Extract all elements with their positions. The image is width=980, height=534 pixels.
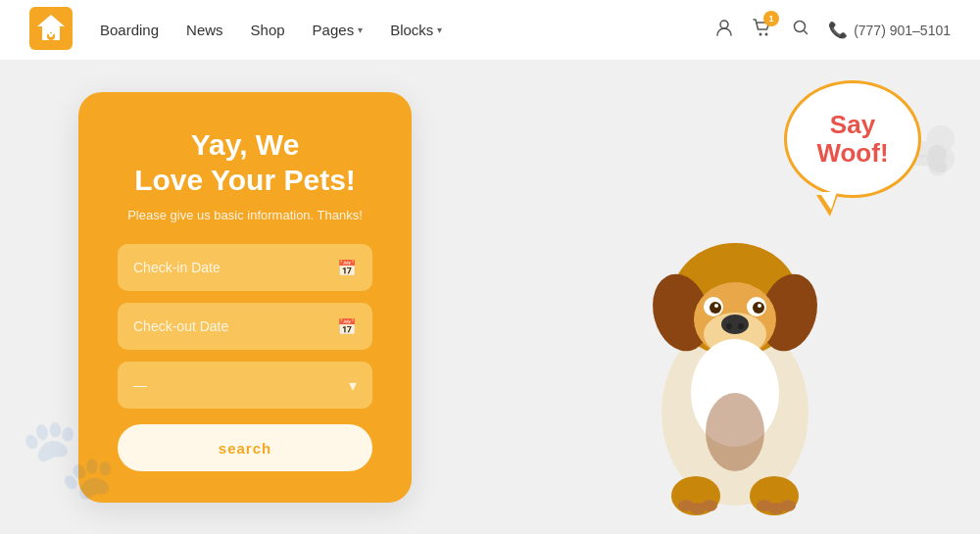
search-button[interactable]: search: [118, 424, 372, 471]
svg-point-10: [795, 22, 806, 32]
pages-chevron-icon: ▾: [358, 24, 363, 35]
right-panel: Say Woof!: [490, 61, 980, 534]
form-title: Yay, We Love Your Pets!: [118, 127, 372, 198]
nav-actions: 1 📞 (777) 901–5101: [714, 17, 951, 43]
svg-point-30: [758, 304, 761, 308]
svg-point-23: [726, 323, 732, 329]
checkin-field[interactable]: 📅: [118, 244, 372, 291]
svg-point-6: [52, 31, 54, 33]
nav-phone[interactable]: 📞 (777) 901–5101: [828, 21, 951, 39]
form-subtitle: Please give us basic information. Thanks…: [118, 208, 372, 222]
pet-select[interactable]: — Dog Cat Bird: [133, 377, 349, 393]
navbar: Boarding News Shop Pages ▾ Blocks ▾: [0, 0, 980, 61]
svg-point-22: [721, 315, 749, 334]
logo[interactable]: [29, 7, 73, 54]
left-panel: 🐾 Yay, We Love Your Pets! Please give us…: [0, 61, 490, 534]
svg-point-41: [706, 393, 764, 471]
paw-decoration: 🐾: [20, 413, 118, 505]
nav-blocks[interactable]: Blocks ▾: [390, 22, 442, 38]
nav-shop[interactable]: Shop: [251, 22, 285, 38]
svg-point-9: [765, 33, 768, 36]
nav-links: Boarding News Shop Pages ▾ Blocks ▾: [100, 22, 714, 38]
speech-bubble: Say Woof!: [784, 80, 921, 198]
calendar-icon: 📅: [337, 259, 357, 277]
main-content: 🐾 Yay, We Love Your Pets! Please give us…: [0, 61, 980, 534]
user-icon[interactable]: [714, 18, 734, 42]
booking-form-card: Yay, We Love Your Pets! Please give us b…: [78, 92, 412, 503]
chevron-down-icon: ▾: [349, 376, 357, 395]
bubble-text: Say Woof!: [816, 111, 888, 167]
checkout-input[interactable]: [133, 318, 337, 334]
search-icon[interactable]: [791, 18, 810, 42]
select-field[interactable]: — Dog Cat Bird ▾: [118, 362, 372, 409]
svg-point-24: [738, 323, 744, 329]
svg-point-27: [710, 302, 721, 314]
svg-point-29: [714, 304, 718, 308]
svg-point-40: [780, 500, 796, 511]
checkout-field[interactable]: 📅: [118, 303, 372, 350]
svg-point-5: [48, 31, 50, 33]
checkin-input[interactable]: [133, 260, 337, 275]
calendar-checkout-icon: 📅: [337, 317, 357, 336]
svg-point-28: [753, 302, 764, 314]
nav-news[interactable]: News: [186, 22, 223, 38]
dog-illustration: [588, 138, 882, 534]
svg-point-37: [702, 500, 717, 511]
cart-icon[interactable]: 1: [752, 17, 773, 43]
nav-boarding[interactable]: Boarding: [100, 22, 159, 38]
phone-icon: 📞: [828, 21, 848, 39]
svg-point-7: [720, 21, 728, 28]
nav-pages[interactable]: Pages ▾: [313, 22, 364, 38]
cart-badge: 1: [763, 11, 779, 26]
svg-point-45: [928, 158, 947, 176]
logo-icon: [29, 7, 73, 50]
blocks-chevron-icon: ▾: [437, 24, 442, 35]
svg-point-8: [760, 33, 762, 36]
